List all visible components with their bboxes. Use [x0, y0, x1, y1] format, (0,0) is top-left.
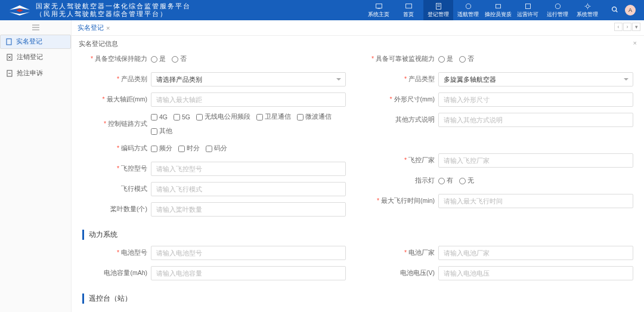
- sidebar-item-cancel[interactable]: 注销登记: [0, 49, 71, 65]
- svg-point-8: [586, 5, 589, 8]
- close-icon[interactable]: ×: [633, 39, 637, 47]
- svg-rect-5: [496, 4, 500, 8]
- input-other-mode[interactable]: [438, 113, 633, 127]
- svg-point-4: [466, 4, 470, 8]
- nav-flight[interactable]: 运行管理: [543, 0, 572, 20]
- lbl-other-mode: 其他方式说明: [370, 116, 438, 124]
- brand-title: 国家无人驾驶航空器一体化综合监管服务平台（民用无人驾驶航空器综合管理平台）: [36, 2, 191, 18]
- radio-monitored[interactable]: 是否: [438, 55, 633, 63]
- lbl-max-time: 最大飞行时间(min): [370, 197, 438, 205]
- lbl-link-mode: 控制链路方式: [82, 120, 151, 128]
- svg-point-9: [612, 7, 617, 11]
- lbl-monitored: 具备可靠被监视能力: [370, 55, 438, 63]
- top-nav: 系统主页 首页 登记管理 适航管理 操控员资质 运营许可 运行管理 系统管理: [364, 0, 602, 20]
- lbl-fly-mode: 飞行模式: [82, 185, 151, 193]
- nav-reg[interactable]: 登记管理: [423, 0, 453, 20]
- tab-prev[interactable]: ‹: [614, 23, 623, 31]
- lbl-batt-vendor: 电池厂家: [370, 249, 438, 257]
- lbl-fc-model: 飞控型号: [82, 165, 151, 173]
- page-title: 实名登记信息 ×: [72, 36, 644, 52]
- sidebar-collapse[interactable]: [0, 20, 71, 35]
- tab-reg[interactable]: 实名登记×: [78, 23, 110, 32]
- input-max-time[interactable]: [438, 194, 633, 208]
- checks-encode[interactable]: 频分时分码分: [151, 144, 346, 153]
- select-prod-type[interactable]: 多旋翼多轴航空器: [438, 72, 633, 87]
- search-icon[interactable]: [611, 5, 619, 16]
- select-prod-cat[interactable]: 请选择产品类别: [151, 72, 346, 87]
- input-fc-model[interactable]: [151, 162, 346, 176]
- tab-close-icon[interactable]: ×: [106, 24, 110, 32]
- input-fly-mode[interactable]: [151, 182, 346, 196]
- sidebar: 实名登记 注销登记 抢注申诉: [0, 20, 72, 312]
- lbl-encode: 编码方式: [82, 144, 151, 153]
- radio-keep-aloft[interactable]: 是否: [151, 55, 346, 63]
- lbl-prod-cat: 产品类别: [82, 75, 151, 84]
- input-batt-volt[interactable]: [438, 266, 633, 280]
- nav-ops[interactable]: 运营许可: [513, 0, 543, 20]
- input-batt-cap[interactable]: [151, 266, 346, 280]
- lbl-max-axis: 最大轴距(mm): [82, 95, 151, 104]
- checks-link-mode[interactable]: 4G5G无线电公用频段卫星通信微波通信其他: [151, 113, 346, 135]
- sidebar-item-reg[interactable]: 实名登记: [0, 35, 71, 49]
- input-fc-vendor[interactable]: [438, 153, 633, 168]
- input-batt-vendor[interactable]: [438, 246, 633, 260]
- lbl-outer-size: 外形尺寸(mm): [370, 95, 438, 104]
- nav-airspace[interactable]: 适航管理: [453, 0, 483, 20]
- nav-sys[interactable]: 系统管理: [572, 0, 602, 20]
- nav-index[interactable]: 首页: [394, 0, 423, 20]
- input-outer-size[interactable]: [438, 92, 633, 107]
- input-max-axis[interactable]: [151, 92, 346, 107]
- section-rc: 遥控台（站）: [82, 294, 633, 304]
- input-batt-model[interactable]: [151, 246, 346, 260]
- nav-license[interactable]: 操控员资质: [483, 0, 513, 20]
- lbl-ind-light: 指示灯: [370, 177, 438, 185]
- svg-rect-6: [525, 4, 530, 8]
- nav-home[interactable]: 系统主页: [364, 0, 394, 20]
- input-blades[interactable]: [151, 202, 346, 217]
- svg-rect-1: [377, 8, 380, 8]
- lbl-batt-model: 电池型号: [82, 249, 151, 257]
- avatar[interactable]: A: [625, 5, 636, 16]
- tab-bar: 实名登记× ‹ › ▾: [72, 20, 644, 36]
- lbl-batt-volt: 电池电压(V): [370, 269, 438, 277]
- lbl-blades: 桨叶数量(个): [82, 205, 151, 214]
- tab-next[interactable]: ›: [623, 23, 631, 31]
- radio-ind-light[interactable]: 有无: [438, 177, 633, 185]
- svg-rect-10: [7, 39, 11, 45]
- svg-rect-0: [376, 4, 382, 8]
- sidebar-item-pending[interactable]: 抢注申诉: [0, 65, 71, 81]
- lbl-batt-cap: 电池容量(mAh): [82, 269, 151, 277]
- svg-rect-2: [405, 4, 411, 8]
- brand-logo: [8, 4, 31, 17]
- lbl-fc-vendor: 飞控厂家: [370, 156, 438, 165]
- lbl-prod-type: 产品类型: [370, 75, 438, 84]
- lbl-keep-aloft: 具备空域保持能力: [82, 55, 151, 63]
- section-power: 动力系统: [82, 230, 633, 240]
- svg-point-7: [555, 4, 560, 8]
- tab-menu[interactable]: ▾: [632, 23, 640, 31]
